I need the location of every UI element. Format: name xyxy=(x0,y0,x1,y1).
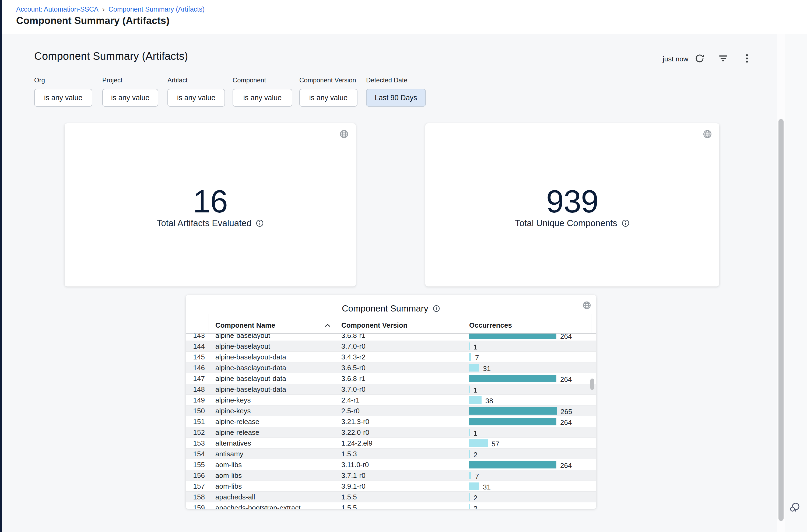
occurrences-value: 38 xyxy=(485,397,493,405)
filter-label: Project xyxy=(102,76,158,84)
table-row[interactable]: 148 alpine-baselayout-data 3.7.0-r0 1 xyxy=(186,384,596,395)
row-number: 151 xyxy=(186,416,205,427)
table-row[interactable]: 145 alpine-baselayout-data 3.4.3-r2 7 xyxy=(186,352,596,362)
table-row[interactable]: 154 antisamy 1.5.3 2 xyxy=(186,449,596,459)
component-version-cell: 1.5.5 xyxy=(341,492,357,502)
table-row[interactable]: 143 alpine-baselayout 3.6.8-r1 264 xyxy=(186,334,596,341)
column-header-occurrences[interactable]: Occurrences xyxy=(469,321,512,329)
filter-org: Org is any value xyxy=(34,76,92,107)
total-unique-components-label: Total Unique Components xyxy=(515,218,617,228)
filter-value-button[interactable]: Last 90 Days xyxy=(366,89,426,107)
component-version-cell: 3.6.5-r0 xyxy=(341,362,366,373)
occurrences-value: 31 xyxy=(483,365,491,372)
component-name-cell: apacheds-bootstrap-extract xyxy=(215,502,301,509)
filter-component-version: Component Version is any value xyxy=(299,76,358,107)
component-name-cell: aom-libs xyxy=(215,459,242,470)
occurrences-value: 264 xyxy=(560,376,572,383)
component-name-cell: alpine-baselayout-data xyxy=(215,352,286,362)
table-row[interactable]: 150 alpine-keys 2.5-r0 265 xyxy=(186,405,596,416)
component-name-cell: alpine-keys xyxy=(215,395,251,405)
table-row[interactable]: 153 alternatives 1.24-2.el9 57 xyxy=(186,438,596,449)
last-refreshed-label: just now xyxy=(663,55,688,63)
occurrences-value: 1 xyxy=(474,386,477,394)
filter-value-button[interactable]: is any value xyxy=(34,89,92,107)
support-chat-icon[interactable] xyxy=(789,500,802,513)
component-version-cell: 3.4.3-r2 xyxy=(341,352,366,362)
table-row[interactable]: 147 alpine-baselayout-data 3.6.8-r1 264 xyxy=(186,373,596,384)
occurrences-bar xyxy=(469,375,556,382)
filter-value-button[interactable]: is any value xyxy=(299,89,358,107)
table-row[interactable]: 149 alpine-keys 2.4-r1 38 xyxy=(186,395,596,405)
column-header-component-name[interactable]: Component Name xyxy=(215,321,275,329)
component-name-cell: aom-libs xyxy=(215,481,242,492)
page-title: Component Summary (Artifacts) xyxy=(16,15,169,26)
occurrences-bar xyxy=(469,439,488,447)
collapsed-sidenav-edge[interactable] xyxy=(0,0,2,532)
row-number: 148 xyxy=(186,384,205,395)
globe-icon[interactable] xyxy=(339,129,349,139)
filter-value-button[interactable]: is any value xyxy=(233,89,292,107)
occurrences-bar xyxy=(469,385,470,393)
table-row[interactable]: 158 apacheds-all 1.5.5 2 xyxy=(186,492,596,502)
table-row[interactable]: 155 aom-libs 3.11.0-r0 264 xyxy=(186,459,596,470)
component-version-cell: 3.7.0-r0 xyxy=(341,341,366,352)
table-row[interactable]: 159 apacheds-bootstrap-extract 1.5.5 2 xyxy=(186,502,596,509)
total-artifacts-value: 16 xyxy=(64,183,356,220)
breadcrumb-current-link[interactable]: Component Summary (Artifacts) xyxy=(109,5,205,13)
row-number: 146 xyxy=(186,362,205,373)
occurrences-bar xyxy=(469,493,470,501)
filter-label: Artifact xyxy=(168,76,225,84)
row-number: 155 xyxy=(186,459,205,470)
info-icon[interactable] xyxy=(256,219,264,227)
component-name-cell: alpine-baselayout-data xyxy=(215,384,286,395)
column-header-component-version[interactable]: Component Version xyxy=(341,321,407,329)
component-name-cell: apacheds-all xyxy=(215,492,255,502)
page-scrollbar-thumb[interactable] xyxy=(779,119,784,521)
kebab-menu-icon[interactable] xyxy=(743,53,752,63)
occurrences-bar xyxy=(469,472,471,479)
component-name-cell: alternatives xyxy=(215,438,251,449)
component-name-cell: alpine-baselayout-data xyxy=(215,373,286,384)
refresh-icon[interactable] xyxy=(694,53,705,63)
table-row[interactable]: 144 alpine-baselayout 3.7.0-r0 1 xyxy=(186,341,596,352)
filter-value-button[interactable]: is any value xyxy=(102,89,158,107)
component-version-cell: 3.7.0-r0 xyxy=(341,384,366,395)
row-number: 154 xyxy=(186,449,205,459)
info-icon[interactable] xyxy=(433,305,440,312)
occurrences-bar xyxy=(469,353,471,361)
occurrences-bar xyxy=(469,342,470,350)
table-scrollbar-thumb[interactable] xyxy=(590,379,594,390)
occurrences-value: 1 xyxy=(474,430,477,437)
occurrences-bar xyxy=(469,482,479,490)
component-name-cell: alpine-baselayout xyxy=(215,334,270,341)
table-row[interactable]: 146 alpine-baselayout-data 3.6.5-r0 31 xyxy=(186,362,596,373)
component-version-cell: 3.9.1-r0 xyxy=(341,481,366,492)
partially-scrolled-row: 143 alpine-baselayout 3.6.8-r1 264 xyxy=(186,334,596,341)
filter-icon[interactable] xyxy=(718,54,728,63)
component-version-cell: 1.5.3 xyxy=(341,449,357,459)
row-number: 153 xyxy=(186,438,205,449)
globe-icon[interactable] xyxy=(703,129,712,139)
occurrences-value: 2 xyxy=(474,505,477,509)
tile-total-unique-components: 939 Total Unique Components xyxy=(425,123,719,286)
table-row[interactable]: 156 aom-libs 3.7.1-r0 7 xyxy=(186,470,596,481)
tile-total-artifacts: 16 Total Artifacts Evaluated xyxy=(64,123,356,286)
info-icon[interactable] xyxy=(621,219,630,227)
table-row[interactable]: 151 alpine-release 3.21.3-r0 264 xyxy=(186,416,596,427)
component-version-cell: 3.7.1-r0 xyxy=(341,470,366,481)
dashboard-title: Component Summary (Artifacts) xyxy=(34,50,188,62)
breadcrumb: Account: Automation-SSCA › Component Sum… xyxy=(16,5,205,13)
globe-icon[interactable] xyxy=(582,301,591,310)
occurrences-bar xyxy=(469,396,482,404)
filter-value-button[interactable]: is any value xyxy=(168,89,225,107)
table-row[interactable]: 157 aom-libs 3.9.1-r0 31 xyxy=(186,481,596,492)
row-number: 149 xyxy=(186,395,205,405)
row-number: 158 xyxy=(186,492,205,502)
occurrences-bar xyxy=(469,504,470,509)
table-row[interactable]: 152 alpine-release 3.22.0-r0 1 xyxy=(186,427,596,438)
table-title: Component Summary xyxy=(342,303,428,314)
occurrences-bar xyxy=(469,364,479,372)
sort-ascending-icon[interactable] xyxy=(324,323,331,328)
component-version-cell: 3.6.8-r1 xyxy=(341,373,366,384)
breadcrumb-account-link[interactable]: Account: Automation-SSCA xyxy=(16,5,98,13)
